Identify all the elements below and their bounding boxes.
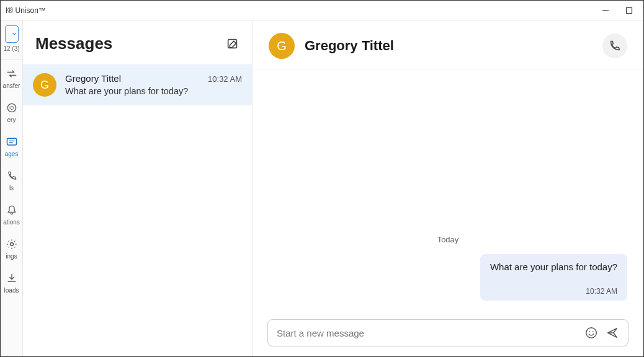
messages-icon [6,136,18,148]
bell-icon [6,204,18,216]
call-button[interactable] [602,33,627,58]
composer [267,319,628,346]
message-input[interactable] [277,328,577,338]
emoji-button[interactable] [584,326,598,340]
titlebar: I® Unison™ [1,1,643,20]
message-text: What are your plans for today? [490,262,617,272]
conversations-title: Messages [35,34,112,53]
svg-point-10 [593,331,594,332]
gallery-icon [6,102,18,114]
conversations-panel: Messages G Gregory Tittel 10:32 AM What … [23,20,253,356]
chat-header: G Gregory Tittel [253,20,643,69]
conversation-preview: What are your plans for today? [65,86,242,96]
avatar: G [33,73,56,97]
sidebar-item-label: ery [7,117,16,123]
download-icon [6,272,18,284]
device-icon [5,25,19,43]
chat-panel: G Gregory Tittel Today What are your pla… [253,20,643,356]
main-layout: 12 (3) ansfer ery ages ls [1,20,643,356]
minimize-button[interactable] [601,6,610,15]
sidebar-item-transfer[interactable]: ansfer [1,60,22,94]
conversation-time: 10:32 AM [208,74,242,84]
sidebar-item-notifications[interactable]: ations [1,196,22,231]
svg-rect-3 [7,138,16,145]
maximize-button[interactable] [625,6,633,15]
window-controls [601,6,638,15]
sidebar-item-gallery[interactable]: ery [1,94,22,128]
sidebar-item-calls[interactable]: ls [1,162,22,196]
sidebar-item-label: ls [9,185,14,192]
compose-button[interactable] [226,37,239,51]
svg-rect-1 [627,7,632,13]
transfer-icon [6,68,18,80]
device-selector[interactable]: 12 (3) [1,20,22,60]
svg-point-2 [7,104,16,112]
phone-icon [6,170,18,182]
sidebar-item-messages[interactable]: ages [1,128,22,162]
sidebar-item-label: loads [4,287,19,294]
sidebar-item-settings[interactable]: ings [1,231,22,265]
sidebar: 12 (3) ansfer ery ages ls [1,20,23,356]
window-title: I® Unison™ [6,6,601,15]
chat-contact-name: Gregory Tittel [305,38,593,54]
conversation-item[interactable]: G Gregory Tittel 10:32 AM What are your … [23,64,252,105]
svg-point-9 [589,331,590,332]
sidebar-item-label: ansfer [3,82,20,89]
svg-point-6 [10,243,13,246]
sidebar-item-downloads[interactable]: loads [1,265,22,299]
send-button[interactable] [606,326,619,340]
avatar: G [269,33,295,59]
sidebar-item-label: ations [3,219,20,226]
conversations-header: Messages [23,20,252,64]
gear-icon [6,238,18,250]
device-status-label: 12 (3) [3,45,19,52]
message-time: 10:32 AM [490,287,617,296]
conversation-body: Gregory Tittel 10:32 AM What are your pl… [65,73,242,97]
sidebar-item-label: ings [6,253,17,260]
date-separator: Today [269,235,627,244]
conversation-name: Gregory Tittel [65,73,121,84]
svg-point-8 [586,328,597,338]
sidebar-item-label: ages [5,151,19,157]
chat-body: Today What are your plans for today? 10:… [253,69,643,319]
message-outgoing[interactable]: What are your plans for today? 10:32 AM [480,254,627,301]
